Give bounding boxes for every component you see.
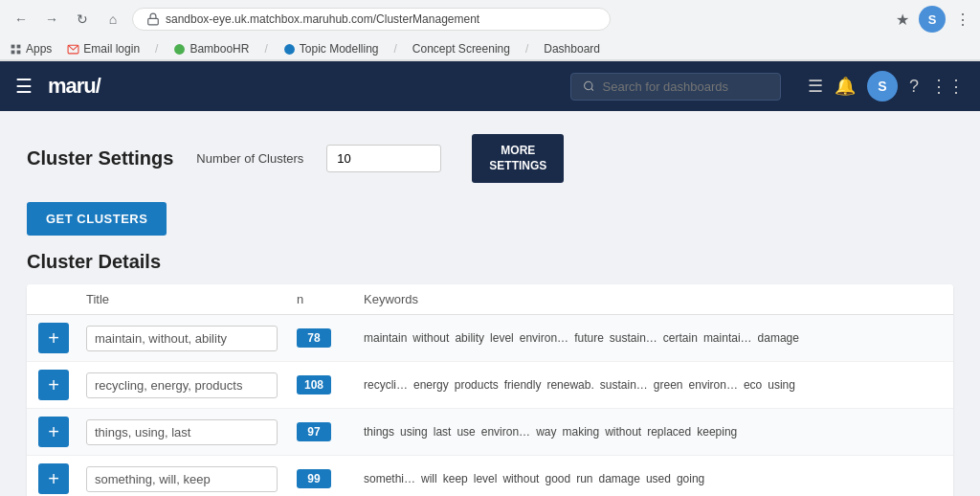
svg-point-6 [174, 44, 185, 55]
separator-2: / [264, 42, 267, 56]
header-n: n [297, 292, 364, 306]
url-text: sandbox-eye.uk.matchbox.maruhub.com/Clus… [166, 12, 596, 26]
keyword: friendly [504, 378, 542, 392]
keyword: without [412, 331, 449, 345]
keywords-cell: somethi…willkeeplevelwithoutgoodrundamag… [364, 472, 942, 485]
home-button[interactable]: ⌂ [101, 8, 124, 31]
bookmark-bamboohr[interactable]: BambooHR [173, 42, 249, 56]
cluster-title-input[interactable] [86, 466, 278, 492]
keyword: run [576, 472, 592, 485]
add-cell: + [38, 463, 86, 494]
reload-button[interactable]: ↻ [71, 8, 94, 31]
keyword: replaced [647, 425, 691, 439]
keyword: things [364, 425, 394, 439]
keyword: maintai… [703, 331, 752, 345]
table-row: + 78 maintainwithoutabilitylevelenviron…… [27, 315, 953, 362]
n-cell: 78 [297, 328, 364, 348]
url-bar[interactable]: sandbox-eye.uk.matchbox.maruhub.com/Clus… [132, 8, 611, 31]
keyword: environ… [689, 378, 738, 392]
title-cell [86, 372, 297, 398]
cluster-title-input[interactable] [86, 419, 278, 445]
forward-button[interactable]: → [40, 8, 63, 31]
keywords-cell: maintainwithoutabilitylevelenviron…futur… [364, 331, 942, 345]
keyword: eco [744, 378, 762, 392]
keyword: using [768, 378, 795, 392]
browser-action-buttons: ★ S ⋮ [896, 6, 970, 33]
main-content: Cluster Settings Number of Clusters MORE… [0, 111, 980, 496]
keyword: certain [663, 331, 698, 345]
notifications-icon[interactable]: 🔔 [835, 76, 856, 97]
add-cell: + [38, 417, 86, 447]
keyword: maintain [364, 331, 407, 345]
keyword: good [545, 472, 570, 485]
n-cell: 108 [297, 375, 364, 395]
browser-toolbar: ← → ↻ ⌂ sandbox-eye.uk.matchbox.maruhub.… [0, 0, 980, 38]
lock-icon [146, 12, 160, 26]
keyword: making [562, 425, 599, 439]
svg-rect-0 [148, 18, 159, 24]
separator-1: / [155, 42, 158, 56]
help-icon[interactable]: ? [909, 77, 919, 97]
get-clusters-button[interactable]: GET CLUSTERS [27, 202, 167, 236]
table-row: + 97 thingsusinglastuseenviron…waymaking… [27, 409, 953, 456]
bookmark-dashboard[interactable]: Dashboard [544, 42, 600, 56]
bookmark-star[interactable]: ★ [896, 11, 909, 29]
separator-3: / [394, 42, 397, 56]
add-row-button[interactable]: + [38, 323, 69, 353]
add-row-button[interactable]: + [38, 417, 69, 447]
user-avatar[interactable]: S [867, 71, 898, 101]
more-settings-button[interactable]: MORESETTINGS [472, 134, 564, 183]
svg-rect-4 [17, 50, 21, 54]
cluster-settings-title: Cluster Settings [27, 147, 173, 169]
grid-icon[interactable]: ⋮⋮ [930, 76, 965, 97]
add-cell: + [38, 323, 86, 353]
topic-icon [283, 43, 296, 56]
keyword: energy [413, 378, 449, 392]
keyword: environ… [481, 425, 530, 439]
search-bar[interactable] [570, 73, 781, 101]
bookmark-concept-screening[interactable]: Concept Screening [412, 42, 510, 56]
top-nav: ☰ maru/ ☰ 🔔 S ? ⋮⋮ [0, 61, 980, 111]
number-of-clusters-input[interactable] [326, 145, 441, 172]
menu-dots[interactable]: ⋮ [955, 11, 970, 29]
svg-point-7 [284, 44, 295, 55]
nav-icons: ☰ 🔔 S ? ⋮⋮ [808, 71, 965, 101]
browser-profile[interactable]: S [919, 6, 946, 33]
cluster-title-input[interactable] [86, 326, 278, 351]
keyword: without [502, 472, 539, 485]
keyword: future [574, 331, 604, 345]
table-row: + 99 somethi…willkeeplevelwithoutgoodrun… [27, 456, 953, 496]
bookmarks-bar: Apps Email login / BambooHR / Topic Mode… [0, 38, 980, 60]
back-button[interactable]: ← [10, 8, 33, 31]
add-row-button[interactable]: + [38, 463, 69, 494]
table-row: + 108 recycli…energyproductsfriendlyrene… [27, 362, 953, 409]
get-clusters-row: GET CLUSTERS [27, 198, 953, 236]
keyword: sustain… [600, 378, 648, 392]
keyword: keep [443, 472, 468, 485]
keyword: damage [599, 472, 640, 485]
number-of-clusters-label: Number of Clusters [196, 151, 303, 166]
keyword: sustain… [610, 331, 657, 345]
bookmark-topic-modelling[interactable]: Topic Modelling [283, 42, 379, 56]
keywords-cell: recycli…energyproductsfriendlyrenewab.su… [364, 378, 942, 392]
keyword: recycli… [364, 378, 408, 392]
cluster-title-input[interactable] [86, 372, 278, 398]
table-header: Title n Keywords [27, 284, 953, 315]
search-icon [583, 79, 595, 93]
cluster-table: Title n Keywords + 78 maintainwithoutabi… [27, 284, 953, 496]
cluster-details-title: Cluster Details [27, 251, 953, 273]
header-keywords: Keywords [364, 292, 942, 306]
add-row-button[interactable]: + [38, 370, 69, 400]
bamboo-icon [173, 43, 186, 56]
hamburger-menu[interactable]: ☰ [15, 75, 33, 98]
bookmark-email[interactable]: Email login [67, 42, 140, 56]
svg-rect-1 [11, 44, 15, 48]
search-input[interactable] [603, 79, 768, 94]
list-view-icon[interactable]: ☰ [808, 76, 823, 97]
n-badge: 108 [297, 375, 331, 395]
add-cell: + [38, 370, 86, 400]
keyword: level [474, 472, 498, 485]
bookmark-apps[interactable]: Apps [10, 42, 52, 56]
keyword: way [536, 425, 556, 439]
n-cell: 97 [297, 422, 364, 441]
